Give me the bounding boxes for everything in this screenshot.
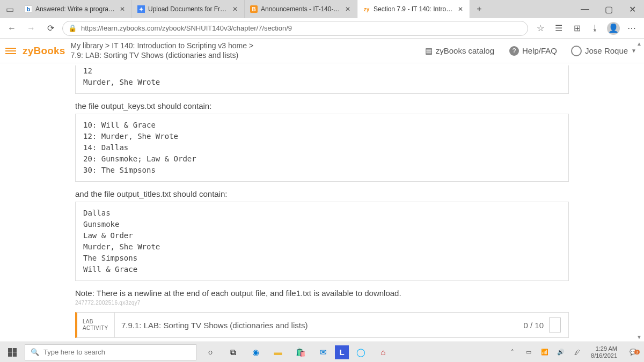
collections-icon[interactable]: ⊞ xyxy=(569,21,585,36)
scroll-down-icon[interactable]: ▼ xyxy=(635,333,643,341)
close-icon[interactable]: ✕ xyxy=(344,5,352,13)
tab-title: Upload Documents for Free Acc xyxy=(148,5,228,13)
favicon-zybooks: zy xyxy=(363,5,370,13)
page-viewport: zyBooks My library > IT 140: Introductio… xyxy=(0,39,644,342)
catalog-label: zyBooks catalog xyxy=(436,46,494,55)
lab-score: 0 / 10 xyxy=(516,313,568,337)
code-block-output-titles: Dallas Gunsmoke Law & Order Murder, She … xyxy=(75,202,569,281)
start-button[interactable] xyxy=(0,348,25,357)
code-block-input-tail: 12 Murder, She Wrote xyxy=(75,65,569,94)
paragraph-keys: the file output_keys.txt should contain: xyxy=(75,101,569,110)
zybooks-logo[interactable]: zyBooks xyxy=(23,45,65,57)
forward-button[interactable]: → xyxy=(24,21,39,36)
taskbar-pinned-apps: ○ ⧉ ◉ ▬ 🛍️ ✉ L ◯ ⌂ xyxy=(200,344,394,360)
system-tray: ˄ ▭ 📶 🔊 🖊 1:29 AM 8/16/2021 💬3 xyxy=(507,345,644,359)
windows-logo-icon xyxy=(8,348,17,357)
breadcrumb[interactable]: My library > IT 140: Introduction to Scr… xyxy=(71,41,254,60)
user-name: Jose Roque xyxy=(585,46,628,55)
app-icon-l[interactable]: L xyxy=(335,345,349,359)
action-center-icon[interactable]: 💬3 xyxy=(626,349,641,356)
zybooks-header: zyBooks My library > IT 140: Introductio… xyxy=(0,39,644,63)
note-paragraph: Note: There is a newline at the end of e… xyxy=(75,289,569,298)
help-icon: ? xyxy=(509,46,519,56)
search-icon: 🔍 xyxy=(31,348,39,356)
language-icon[interactable]: 🖊 xyxy=(572,349,582,356)
taskbar-search-input[interactable]: 🔍 Type here to search xyxy=(25,344,196,360)
lab-activity-tag: LAB ACTIVITY xyxy=(77,313,115,337)
tab-1[interactable]: ✦ Upload Documents for Free Acc ✕ xyxy=(132,0,245,18)
favicon-coursehero: ✦ xyxy=(137,5,145,13)
new-tab-button[interactable]: + xyxy=(470,0,488,18)
breadcrumb-bottom: 7.9: LAB: Sorting TV Shows (dictionaries… xyxy=(71,51,254,61)
tab-0[interactable]: b Answered: Write a program that ✕ xyxy=(19,0,132,18)
wifi-icon[interactable]: 📶 xyxy=(539,349,550,356)
catalog-link[interactable]: ▤ zyBooks catalog xyxy=(425,46,494,56)
window-controls: — ▢ ✕ xyxy=(573,0,644,18)
profile-avatar[interactable]: 👤 xyxy=(605,21,621,36)
mcafee-icon[interactable]: ⌂ xyxy=(372,344,394,360)
question-id: 247772.2002516.qx3zqy7 xyxy=(75,300,569,306)
help-label: Help/FAQ xyxy=(522,46,557,55)
tab-2[interactable]: B Announcements - IT-140-J6182 ✕ xyxy=(245,0,357,18)
favicon-brightspace: B xyxy=(250,5,258,13)
tab-title: Section 7.9 - IT 140: Introduction xyxy=(374,5,453,13)
user-menu[interactable]: Jose Roque ▼ xyxy=(571,46,636,56)
mail-icon[interactable]: ✉ xyxy=(312,344,334,360)
close-icon[interactable]: ✕ xyxy=(457,5,464,13)
close-window-button[interactable]: ✕ xyxy=(620,0,644,18)
lock-icon: 🔒 xyxy=(68,24,77,32)
tray-chevron-icon[interactable]: ˄ xyxy=(507,349,518,356)
address-bar: ← → ⟳ 🔒 https://learn.zybooks.com/zybook… xyxy=(0,18,644,39)
book-icon: ▤ xyxy=(425,46,433,56)
notification-badge: 3 xyxy=(634,350,640,354)
hamburger-menu-icon[interactable] xyxy=(4,46,17,56)
store-icon[interactable]: 🛍️ xyxy=(290,344,311,360)
close-icon[interactable]: ✕ xyxy=(231,5,239,13)
paragraph-titles: and the file output_titles.txt should co… xyxy=(75,189,569,198)
tab-actions-icon[interactable]: ▭ xyxy=(0,0,19,18)
page-scrollbar[interactable]: ▲ ▼ xyxy=(635,40,643,341)
code-block-output-keys: 10: Will & Grace 12: Murder, She Wrote 1… xyxy=(75,114,569,182)
minimize-button[interactable]: — xyxy=(573,0,597,18)
url-text: https://learn.zybooks.com/zybook/SNHUIT1… xyxy=(81,24,292,32)
favorite-star-icon[interactable]: ☆ xyxy=(532,21,548,36)
maximize-button[interactable]: ▢ xyxy=(597,0,620,18)
app-icon-circle[interactable]: ◯ xyxy=(350,344,371,360)
score-box-icon xyxy=(549,317,561,333)
cortana-icon[interactable]: ○ xyxy=(200,344,221,360)
lab-activity-title: 7.9.1: LAB: Sorting TV Shows (dictionari… xyxy=(115,313,516,337)
main-content: 12 Murder, She Wrote the file output_key… xyxy=(0,63,569,338)
scroll-up-icon[interactable]: ▲ xyxy=(635,40,643,47)
task-view-icon[interactable]: ⧉ xyxy=(222,344,244,360)
volume-icon[interactable]: 🔊 xyxy=(555,349,566,356)
favicon-bartleby: b xyxy=(25,5,32,13)
tab-title: Answered: Write a program that xyxy=(35,5,115,13)
help-link[interactable]: ? Help/FAQ xyxy=(509,46,557,56)
url-input[interactable]: 🔒 https://learn.zybooks.com/zybook/SNHUI… xyxy=(62,21,528,36)
tab-title: Announcements - IT-140-J6182 xyxy=(261,5,341,13)
user-icon xyxy=(571,46,582,56)
battery-icon[interactable]: ▭ xyxy=(523,349,534,356)
refresh-button[interactable]: ⟳ xyxy=(43,21,58,36)
file-explorer-icon[interactable]: ▬ xyxy=(267,344,289,360)
edge-icon[interactable]: ◉ xyxy=(245,344,266,360)
more-menu-icon[interactable]: ⋯ xyxy=(624,21,640,36)
favorites-bar-icon[interactable]: ☰ xyxy=(551,21,567,36)
browser-titlebar: ▭ b Answered: Write a program that ✕ ✦ U… xyxy=(0,0,644,18)
downloads-icon[interactable]: ⭳ xyxy=(587,21,603,36)
clock[interactable]: 1:29 AM 8/16/2021 xyxy=(588,345,620,359)
search-placeholder: Type here to search xyxy=(43,348,105,356)
lab-activity-box[interactable]: LAB ACTIVITY 7.9.1: LAB: Sorting TV Show… xyxy=(75,312,569,338)
breadcrumb-top[interactable]: My library > IT 140: Introduction to Scr… xyxy=(71,41,254,51)
back-button[interactable]: ← xyxy=(4,21,19,36)
windows-taskbar: 🔍 Type here to search ○ ⧉ ◉ ▬ 🛍️ ✉ L ◯ ⌂… xyxy=(0,342,644,362)
tab-3-active[interactable]: zy Section 7.9 - IT 140: Introduction ✕ xyxy=(357,0,470,18)
close-icon[interactable]: ✕ xyxy=(119,5,126,13)
